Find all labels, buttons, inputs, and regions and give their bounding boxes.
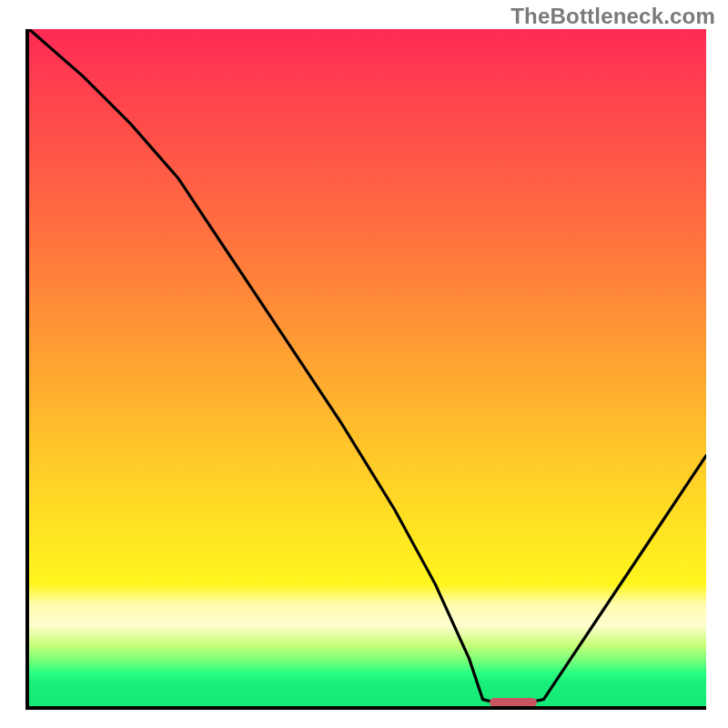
curve-minimum-marker [490,698,537,707]
curve-path [29,29,706,706]
chart-container: TheBottleneck.com [0,0,728,728]
bottleneck-curve [29,29,706,706]
watermark-text: TheBottleneck.com [511,4,715,29]
plot-area [25,29,706,710]
